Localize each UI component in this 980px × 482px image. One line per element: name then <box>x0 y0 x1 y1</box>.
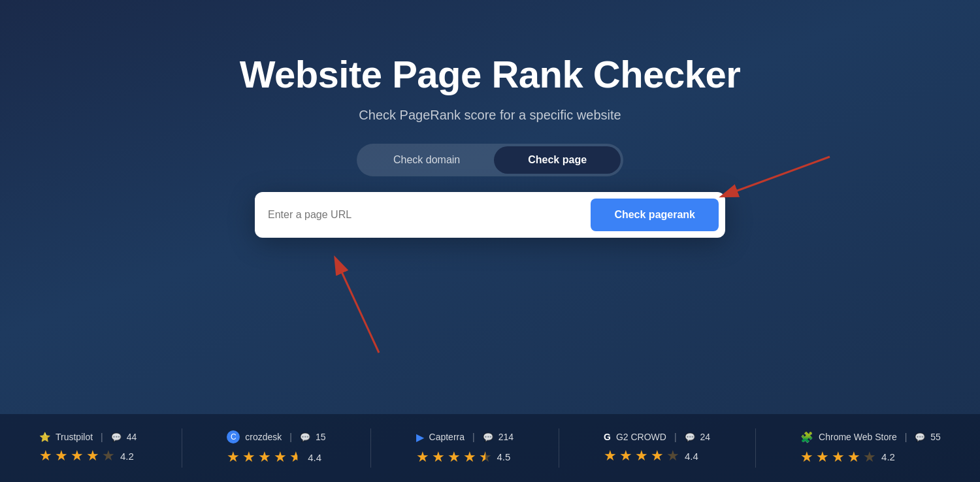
divider-2 <box>370 428 371 468</box>
rating-capterra: ▶ Capterra | 💬 214 ★ ★ ★ ★ ★ 4.5 <box>416 431 514 466</box>
arrow-to-input <box>320 255 405 359</box>
search-bar: Check pagerank <box>255 192 725 238</box>
trustpilot-stars: ★ ★ ★ ★ ★ 4.2 <box>39 447 134 464</box>
g2crowd-icon: G <box>604 432 611 442</box>
toggle-check-page[interactable]: Check page <box>494 146 621 174</box>
divider-1 <box>182 428 182 468</box>
toggle-group: Check domain Check page <box>357 144 623 176</box>
capterra-count: 214 <box>498 432 514 442</box>
g2crowd-review-icon: 💬 <box>685 432 695 442</box>
chrome-stars: ★ ★ ★ ★ ★ 4.2 <box>800 449 895 466</box>
g2crowd-count: 24 <box>700 432 711 442</box>
page-subtitle: Check PageRank score for a specific webs… <box>359 108 621 123</box>
chrome-label: Chrome Web Store <box>819 432 897 442</box>
trustpilot-label: Trustpilot <box>56 432 93 442</box>
page-title: Website Page Rank Checker <box>240 52 741 96</box>
capterra-icon: ▶ <box>416 431 424 443</box>
trustpilot-review-icon: 💬 <box>111 432 122 442</box>
crozdesk-label: crozdesk <box>245 432 282 442</box>
arrow-to-check-page <box>693 150 836 202</box>
capterra-label: Capterra <box>429 432 465 442</box>
toggle-check-domain[interactable]: Check domain <box>359 146 494 174</box>
rating-chrome: 🧩 Chrome Web Store | 💬 55 ★ ★ ★ ★ ★ 4.2 <box>800 431 941 466</box>
g2crowd-stars: ★ ★ ★ ★ ★ 4.4 <box>604 447 698 464</box>
chrome-count: 55 <box>930 432 941 442</box>
crozdesk-review-icon: 💬 <box>300 432 310 442</box>
trustpilot-icon: ⭐ <box>39 432 50 442</box>
crozdesk-icon: C <box>227 430 240 443</box>
g2crowd-label: G2 CROWD <box>616 432 666 442</box>
svg-line-3 <box>340 268 379 353</box>
rating-crozdesk: C crozdesk | 💬 15 ★ ★ ★ ★ ★ 4.4 <box>227 430 325 466</box>
chrome-review-icon: 💬 <box>915 432 925 442</box>
url-input[interactable] <box>268 209 591 221</box>
capterra-review-icon: 💬 <box>483 432 493 442</box>
svg-line-1 <box>732 157 830 193</box>
divider-4 <box>755 428 756 468</box>
rating-g2crowd: G G2 CROWD | 💬 24 ★ ★ ★ ★ ★ 4.4 <box>604 432 710 464</box>
check-pagerank-button[interactable]: Check pagerank <box>591 199 719 231</box>
crozdesk-stars: ★ ★ ★ ★ ★ 4.4 <box>227 449 321 466</box>
trustpilot-count: 44 <box>127 432 137 442</box>
rating-trustpilot: ⭐ Trustpilot | 💬 44 ★ ★ ★ ★ ★ 4.2 <box>39 432 137 464</box>
chrome-icon: 🧩 <box>800 431 813 443</box>
divider-3 <box>559 428 559 468</box>
crozdesk-count: 15 <box>316 432 326 442</box>
capterra-stars: ★ ★ ★ ★ ★ 4.5 <box>416 449 511 466</box>
ratings-bar: ⭐ Trustpilot | 💬 44 ★ ★ ★ ★ ★ 4.2 C croz… <box>0 414 980 482</box>
